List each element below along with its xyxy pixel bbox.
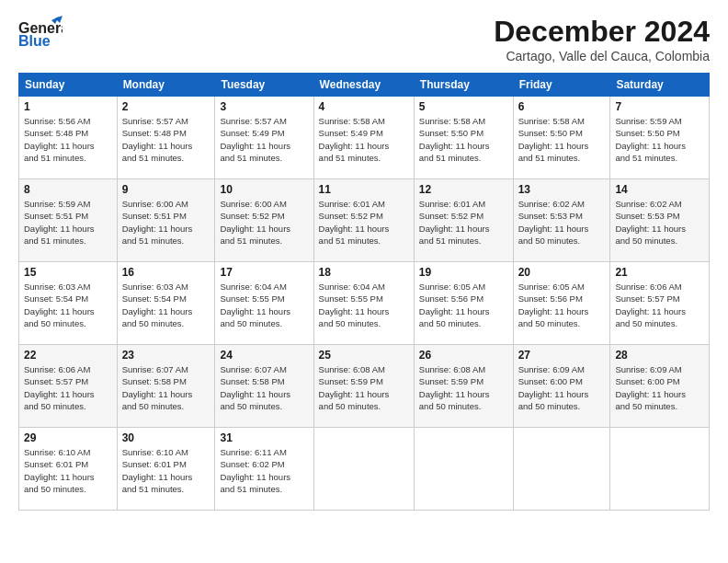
- day-number: 30: [122, 431, 210, 444]
- day-info: Sunrise: 6:06 AMSunset: 5:57 PMDaylight:…: [615, 281, 704, 329]
- day-info: Sunrise: 6:09 AMSunset: 6:00 PMDaylight:…: [615, 363, 704, 412]
- day-number: 17: [220, 266, 308, 279]
- day-info: Sunrise: 6:05 AMSunset: 5:56 PMDaylight:…: [518, 281, 606, 329]
- day-info: Sunrise: 5:57 AMSunset: 5:49 PMDaylight:…: [220, 115, 308, 164]
- calendar-week-row: 8Sunrise: 5:59 AMSunset: 5:51 PMDaylight…: [19, 179, 710, 262]
- table-row: 6Sunrise: 5:58 AMSunset: 5:50 PMDaylight…: [513, 97, 610, 179]
- main-title: December 2024: [494, 15, 710, 49]
- day-info: Sunrise: 6:03 AMSunset: 5:54 PMDaylight:…: [122, 281, 210, 329]
- table-row: 9Sunrise: 6:00 AMSunset: 5:51 PMDaylight…: [117, 179, 215, 262]
- table-row: 16Sunrise: 6:03 AMSunset: 5:54 PMDayligh…: [117, 262, 215, 345]
- table-row: 7Sunrise: 5:59 AMSunset: 5:50 PMDaylight…: [610, 97, 710, 179]
- day-number: 29: [24, 431, 112, 444]
- table-row: 2Sunrise: 5:57 AMSunset: 5:48 PMDaylight…: [117, 97, 215, 179]
- day-number: 2: [122, 100, 210, 113]
- day-info: Sunrise: 6:00 AMSunset: 5:52 PMDaylight:…: [220, 198, 308, 247]
- table-row: 14Sunrise: 6:02 AMSunset: 5:53 PMDayligh…: [610, 179, 710, 262]
- day-number: 6: [518, 100, 606, 113]
- col-monday: Monday: [117, 74, 215, 97]
- day-info: Sunrise: 6:02 AMSunset: 5:53 PMDaylight:…: [615, 198, 704, 247]
- table-row: [313, 428, 414, 511]
- day-number: 7: [615, 100, 704, 113]
- day-info: Sunrise: 6:01 AMSunset: 5:52 PMDaylight:…: [319, 198, 409, 247]
- calendar-week-row: 1Sunrise: 5:56 AMSunset: 5:48 PMDaylight…: [19, 97, 710, 179]
- table-row: 30Sunrise: 6:10 AMSunset: 6:01 PMDayligh…: [117, 428, 215, 511]
- table-row: 8Sunrise: 5:59 AMSunset: 5:51 PMDaylight…: [19, 179, 118, 262]
- day-info: Sunrise: 5:58 AMSunset: 5:49 PMDaylight:…: [319, 115, 409, 164]
- table-row: 18Sunrise: 6:04 AMSunset: 5:55 PMDayligh…: [313, 262, 414, 345]
- table-row: 5Sunrise: 5:58 AMSunset: 5:50 PMDaylight…: [414, 97, 513, 179]
- table-row: 27Sunrise: 6:09 AMSunset: 6:00 PMDayligh…: [513, 345, 610, 428]
- day-info: Sunrise: 6:10 AMSunset: 6:01 PMDaylight:…: [24, 446, 112, 495]
- day-number: 24: [220, 349, 308, 362]
- day-info: Sunrise: 6:04 AMSunset: 5:55 PMDaylight:…: [220, 281, 308, 329]
- col-thursday: Thursday: [414, 74, 513, 97]
- day-number: 15: [24, 266, 112, 279]
- day-number: 23: [122, 349, 210, 362]
- day-info: Sunrise: 5:58 AMSunset: 5:50 PMDaylight:…: [518, 115, 606, 164]
- col-friday: Friday: [513, 74, 610, 97]
- calendar-header-row: Sunday Monday Tuesday Wednesday Thursday…: [19, 74, 710, 97]
- day-info: Sunrise: 6:07 AMSunset: 5:58 PMDaylight:…: [220, 363, 308, 412]
- day-number: 12: [419, 183, 508, 196]
- day-info: Sunrise: 6:03 AMSunset: 5:54 PMDaylight:…: [24, 281, 112, 329]
- day-info: Sunrise: 6:09 AMSunset: 6:00 PMDaylight:…: [518, 363, 606, 412]
- table-row: 4Sunrise: 5:58 AMSunset: 5:49 PMDaylight…: [313, 97, 414, 179]
- header: General Blue December 2024 Cartago, Vall…: [18, 15, 710, 63]
- day-number: 25: [319, 349, 409, 362]
- day-number: 18: [319, 266, 409, 279]
- day-number: 31: [220, 431, 308, 444]
- table-row: 24Sunrise: 6:07 AMSunset: 5:58 PMDayligh…: [215, 345, 313, 428]
- day-info: Sunrise: 6:00 AMSunset: 5:51 PMDaylight:…: [122, 198, 210, 247]
- day-info: Sunrise: 6:10 AMSunset: 6:01 PMDaylight:…: [122, 446, 210, 495]
- day-number: 10: [220, 183, 308, 196]
- table-row: 15Sunrise: 6:03 AMSunset: 5:54 PMDayligh…: [19, 262, 118, 345]
- day-number: 27: [518, 349, 606, 362]
- day-info: Sunrise: 6:06 AMSunset: 5:57 PMDaylight:…: [24, 363, 112, 412]
- title-block: December 2024 Cartago, Valle del Cauca, …: [494, 15, 710, 63]
- col-sunday: Sunday: [19, 74, 118, 97]
- col-tuesday: Tuesday: [215, 74, 313, 97]
- table-row: [610, 428, 710, 511]
- day-info: Sunrise: 6:08 AMSunset: 5:59 PMDaylight:…: [419, 363, 508, 412]
- day-info: Sunrise: 6:01 AMSunset: 5:52 PMDaylight:…: [419, 198, 508, 247]
- table-row: 22Sunrise: 6:06 AMSunset: 5:57 PMDayligh…: [19, 345, 118, 428]
- table-row: 10Sunrise: 6:00 AMSunset: 5:52 PMDayligh…: [215, 179, 313, 262]
- logo: General Blue: [18, 15, 63, 50]
- day-number: 8: [24, 183, 112, 196]
- table-row: [513, 428, 610, 511]
- day-info: Sunrise: 6:05 AMSunset: 5:56 PMDaylight:…: [419, 281, 508, 329]
- table-row: 29Sunrise: 6:10 AMSunset: 6:01 PMDayligh…: [19, 428, 118, 511]
- day-info: Sunrise: 5:58 AMSunset: 5:50 PMDaylight:…: [419, 115, 508, 164]
- logo-icon: General Blue: [18, 15, 63, 50]
- day-number: 13: [518, 183, 606, 196]
- day-number: 22: [24, 349, 112, 362]
- table-row: 3Sunrise: 5:57 AMSunset: 5:49 PMDaylight…: [215, 97, 313, 179]
- table-row: [414, 428, 513, 511]
- day-number: 4: [319, 100, 409, 113]
- table-row: 13Sunrise: 6:02 AMSunset: 5:53 PMDayligh…: [513, 179, 610, 262]
- day-info: Sunrise: 6:04 AMSunset: 5:55 PMDaylight:…: [319, 281, 409, 329]
- table-row: 12Sunrise: 6:01 AMSunset: 5:52 PMDayligh…: [414, 179, 513, 262]
- subtitle: Cartago, Valle del Cauca, Colombia: [494, 49, 710, 63]
- col-saturday: Saturday: [610, 74, 710, 97]
- day-info: Sunrise: 5:56 AMSunset: 5:48 PMDaylight:…: [24, 115, 112, 164]
- table-row: 28Sunrise: 6:09 AMSunset: 6:00 PMDayligh…: [610, 345, 710, 428]
- day-number: 1: [24, 100, 112, 113]
- table-row: 25Sunrise: 6:08 AMSunset: 5:59 PMDayligh…: [313, 345, 414, 428]
- day-number: 9: [122, 183, 210, 196]
- table-row: 21Sunrise: 6:06 AMSunset: 5:57 PMDayligh…: [610, 262, 710, 345]
- day-number: 5: [419, 100, 508, 113]
- day-info: Sunrise: 6:11 AMSunset: 6:02 PMDaylight:…: [220, 446, 308, 495]
- table-row: 1Sunrise: 5:56 AMSunset: 5:48 PMDaylight…: [19, 97, 118, 179]
- day-number: 26: [419, 349, 508, 362]
- day-number: 3: [220, 100, 308, 113]
- day-number: 20: [518, 266, 606, 279]
- day-info: Sunrise: 5:59 AMSunset: 5:51 PMDaylight:…: [24, 198, 112, 247]
- day-number: 11: [319, 183, 409, 196]
- table-row: 20Sunrise: 6:05 AMSunset: 5:56 PMDayligh…: [513, 262, 610, 345]
- table-row: 26Sunrise: 6:08 AMSunset: 5:59 PMDayligh…: [414, 345, 513, 428]
- calendar-page: General Blue December 2024 Cartago, Vall…: [0, 0, 728, 563]
- day-number: 28: [615, 349, 704, 362]
- day-info: Sunrise: 6:07 AMSunset: 5:58 PMDaylight:…: [122, 363, 210, 412]
